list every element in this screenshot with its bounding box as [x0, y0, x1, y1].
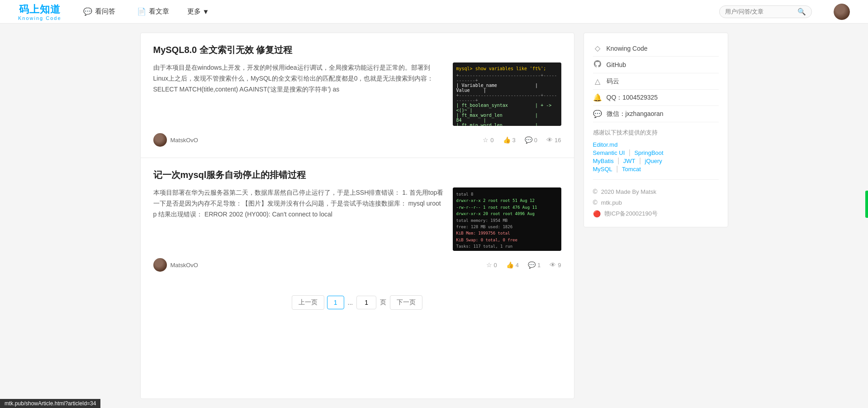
search-box: 🔍	[719, 5, 812, 18]
footer-avatar	[153, 258, 167, 272]
domain-label: mtk.pub	[601, 199, 622, 206]
avatar-image	[834, 4, 850, 20]
sidebar-footer: © 2020 Made By Matsk © mtk.pub 🔴 赣ICP备20…	[593, 179, 719, 220]
code-line: | ft_min_word_len | 4 |	[456, 123, 558, 126]
comments-count: 0	[534, 137, 537, 144]
article-content-row: 本项目部署在华为云服务器第二天，数据库居然自己停止运行了，于是上SSH排查错误：…	[153, 187, 561, 251]
page-number-input[interactable]	[356, 296, 376, 309]
qq-icon: 🔔	[593, 93, 602, 102]
comments-count: 1	[537, 262, 541, 269]
prev-page-button[interactable]: 上一页	[292, 295, 324, 310]
stars-count: 0	[490, 137, 493, 144]
comment-icon: 💬	[528, 261, 536, 269]
nav-more-label: 更多	[187, 7, 201, 16]
stat-likes: 👍 3	[503, 136, 516, 144]
search-input[interactable]	[725, 8, 797, 15]
search-icon[interactable]: 🔍	[797, 8, 806, 16]
article-stats: ☆ 0 👍 3 💬 0 👁 16	[483, 136, 561, 144]
comment-icon: 💬	[525, 136, 532, 144]
code-line: +------------------------------+--------…	[456, 93, 558, 103]
likes-count: 4	[516, 262, 519, 269]
article-author[interactable]: MatskOvO	[171, 262, 198, 269]
sidebar-item-gitee[interactable]: △ 码云	[593, 73, 719, 90]
support-row-4: MySQL | Tomcat	[593, 165, 719, 173]
sidebar-item-github[interactable]: GitHub	[593, 57, 719, 73]
separator: |	[616, 165, 618, 173]
support-row-1: Editor.md	[593, 140, 719, 149]
knowing-code-icon: ◇	[593, 44, 602, 53]
view-icon: 👁	[546, 136, 553, 144]
main-content: MySQL8.0 全文索引无效 修复过程 由于本项目是在windows上开发，开…	[140, 33, 574, 399]
stat-comments: 💬 1	[528, 261, 541, 269]
code-line: KiB Mem: 1999756 total	[456, 230, 558, 236]
code-screenshot-2: total 8 drwxr-xr-x 2 root root 51 Aug 12…	[453, 187, 561, 251]
code-line: | Variable_name | Value |	[456, 83, 558, 93]
code-line: KiB Swap: 0 total, 0 free	[456, 237, 558, 243]
sidebar-link-label: GitHub	[607, 61, 626, 68]
separator: |	[629, 149, 631, 156]
stat-stars: ☆ 0	[483, 136, 493, 144]
like-icon: 👍	[503, 136, 511, 144]
user-avatar[interactable]	[834, 4, 850, 20]
article-image: mysql> show variables like 'ft%'; +-----…	[453, 62, 561, 126]
next-page-button[interactable]: 下一页	[390, 295, 422, 310]
copyright-label: 2020 Made By Matsk	[601, 188, 656, 195]
article-title[interactable]: 记一次mysql服务自动停止的排错过程	[153, 169, 561, 181]
code-line: total 8	[456, 191, 558, 197]
footer-avatar	[153, 133, 167, 147]
status-url: mtk.pub/showArticle.html?articleId=34	[5, 400, 96, 407]
code-line: | ft_max_word_len | 84 |	[456, 113, 558, 123]
stars-count: 0	[494, 262, 497, 269]
star-icon: ☆	[483, 136, 489, 144]
logo-sub: Knowing Code	[18, 15, 62, 21]
icp-label: 赣ICP备20002190号	[604, 210, 658, 218]
code-line: drwxr-xr-x 20 root root 4096 Aug	[456, 211, 558, 217]
sidebar-card: ◇ Knowing Code GitHub △ 码云 🔔 QQ：10045293…	[583, 33, 728, 227]
stat-views: 👁 9	[550, 261, 561, 269]
nav-more[interactable]: 更多 ▼	[187, 7, 209, 16]
logo[interactable]: 码上知道 Knowing Code	[18, 3, 62, 21]
code-screenshot-1: mysql> show variables like 'ft%'; +-----…	[453, 62, 561, 126]
article-footer: MatskOvO ☆ 0 👍 3 💬 0 👁	[153, 133, 561, 147]
page-wrapper: MySQL8.0 全文索引无效 修复过程 由于本项目是在windows上开发，开…	[0, 24, 868, 408]
footer-icp: 🔴 赣ICP备20002190号	[593, 208, 719, 220]
github-icon	[593, 60, 602, 69]
star-icon: ☆	[486, 261, 492, 269]
separator: |	[639, 157, 641, 164]
current-page-button[interactable]: 1	[327, 296, 344, 309]
code-line: %Cpu(s): 0.3 us, 0.3 sy	[456, 250, 558, 251]
header: 码上知道 Knowing Code 💬 看问答 📄 看文章 更多 ▼ 🔍	[0, 0, 868, 24]
article-text: 本项目部署在华为云服务器第二天，数据库居然自己停止运行了，于是上SSH排查错误：…	[153, 187, 444, 220]
scroll-indicator	[865, 191, 868, 218]
article-title[interactable]: MySQL8.0 全文索引无效 修复过程	[153, 44, 561, 56]
qa-icon: 💬	[83, 7, 92, 16]
sidebar-link-label: 码云	[607, 77, 619, 86]
article-text: 由于本项目是在windows上开发，开发的时候用idea运行调试，全局搜索功能运…	[153, 62, 444, 95]
chevron-down-icon: ▼	[203, 8, 209, 15]
stat-stars: ☆ 0	[486, 261, 497, 269]
stat-comments: 💬 0	[525, 136, 537, 144]
nav-qa[interactable]: 💬 看问答	[80, 5, 119, 18]
separator: |	[617, 157, 619, 164]
gitee-icon: △	[593, 77, 602, 86]
sidebar-item-knowing-code[interactable]: ◇ Knowing Code	[593, 40, 719, 57]
code-line: Tasks: 117 total, 1 run	[456, 243, 558, 250]
nav-article[interactable]: 📄 看文章	[133, 5, 173, 18]
article-stats: ☆ 0 👍 4 💬 1 👁 9	[486, 261, 561, 269]
support-link-jquery[interactable]: jQuery	[645, 156, 662, 166]
sidebar-qq-label: QQ：1004529325	[607, 94, 658, 102]
code-line: +------------------------------+--------…	[456, 73, 558, 83]
support-link-tomcat[interactable]: Tomcat	[622, 164, 641, 174]
pagination: 上一页 1 ... 页 下一页	[141, 283, 574, 322]
page-label: 页	[379, 296, 387, 309]
code-line: total memory: 1954 MB	[456, 217, 558, 224]
code-line: free: 128 MB used: 1826	[456, 224, 558, 230]
like-icon: 👍	[506, 261, 514, 269]
article-icon: 📄	[137, 7, 146, 16]
stat-likes: 👍 4	[506, 261, 519, 269]
nav-article-label: 看文章	[149, 7, 169, 16]
footer-domain[interactable]: © mtk.pub	[593, 197, 719, 208]
view-icon: 👁	[550, 261, 556, 269]
support-link-mysql[interactable]: MySQL	[593, 164, 612, 174]
article-author[interactable]: MatskOvO	[171, 137, 198, 144]
